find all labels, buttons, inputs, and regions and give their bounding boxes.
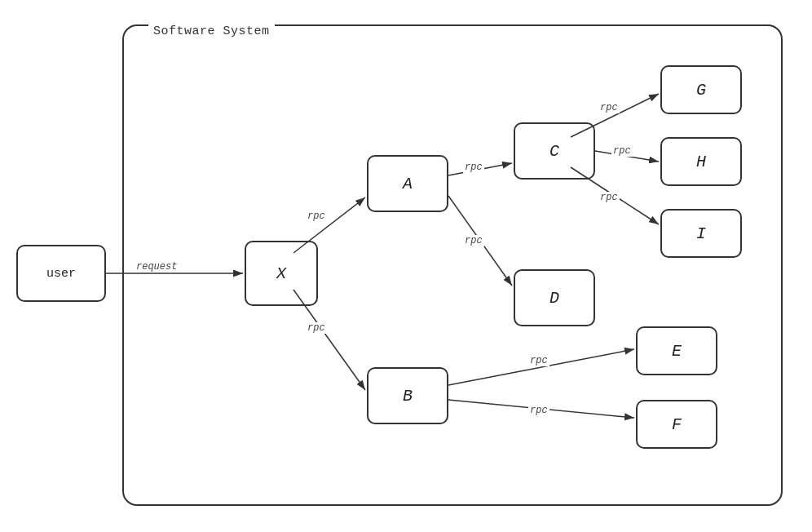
node-d: D — [514, 269, 595, 326]
label-c-g: rpc — [598, 102, 620, 113]
node-e: E — [636, 326, 717, 375]
label-c-i: rpc — [598, 192, 620, 203]
label-request: request — [135, 261, 179, 273]
label-b-e: rpc — [528, 355, 549, 366]
node-f: F — [636, 400, 717, 449]
node-user: user — [16, 245, 106, 302]
node-h: H — [660, 137, 742, 186]
node-g: G — [660, 65, 742, 114]
node-a: A — [367, 155, 448, 212]
label-x-a: rpc — [306, 211, 327, 222]
node-i: I — [660, 209, 742, 258]
node-x: X — [245, 241, 318, 306]
system-label: Software System — [148, 24, 275, 38]
node-b: B — [367, 367, 448, 424]
label-a-c: rpc — [463, 162, 484, 173]
label-a-d: rpc — [463, 235, 484, 246]
label-x-b: rpc — [306, 322, 327, 334]
node-c: C — [514, 122, 595, 180]
label-c-h: rpc — [611, 145, 633, 157]
label-b-f: rpc — [528, 405, 549, 416]
diagram-container: user Software System X A B C D E F G H I — [16, 16, 796, 516]
